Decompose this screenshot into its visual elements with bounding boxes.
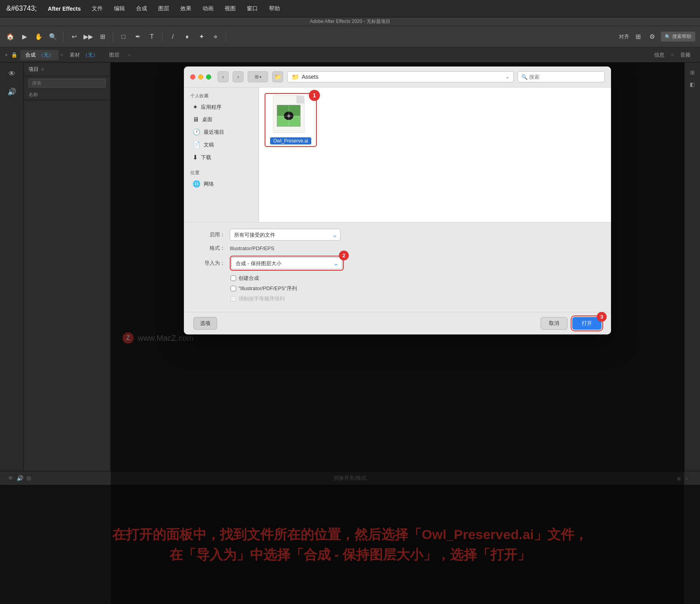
- enable-select-wrapper: 所有可接受的文件 ⌄: [230, 229, 341, 241]
- desktop-icon: 🖥: [193, 116, 199, 123]
- timeline-left-icon-3[interactable]: ⊞: [26, 475, 31, 481]
- cancel-button[interactable]: 取消: [541, 317, 568, 330]
- minimize-button[interactable]: [198, 74, 203, 80]
- select-tool[interactable]: ▶: [19, 31, 30, 42]
- menu-effects[interactable]: 效果: [179, 4, 193, 13]
- project-col-name: 名称: [24, 90, 110, 100]
- settings-icon[interactable]: ⚙: [647, 31, 658, 42]
- folder-icon: 📁: [274, 74, 281, 80]
- new-folder-button[interactable]: 📁: [272, 71, 283, 82]
- menu-view[interactable]: 视图: [223, 4, 237, 13]
- import-label: 导入为：: [193, 260, 225, 267]
- dialog-sidebar: 个人收藏 ✦ 应用程序 🖥 桌面 🕐 最近项目: [184, 87, 259, 222]
- pen-tool[interactable]: ✒: [132, 31, 143, 42]
- view-arrow-icon: ▾: [259, 75, 261, 79]
- open-button-wrapper: 3 打开: [572, 317, 602, 330]
- apps-icon: ✦: [193, 103, 198, 111]
- eye-icon[interactable]: 👁: [5, 66, 19, 81]
- tab-info[interactable]: 信息: [649, 50, 669, 60]
- sidebar-item-downloads[interactable]: ⬇ 下载: [186, 151, 256, 163]
- align-icon[interactable]: ⊞: [632, 31, 643, 42]
- file-label: Owl_Preserve.ai: [270, 137, 311, 144]
- nav-forward-button[interactable]: ›: [233, 71, 244, 82]
- menu-edit[interactable]: 编辑: [112, 4, 127, 13]
- right-panel-icon-2[interactable]: ◧: [687, 78, 698, 90]
- step-badge-1: 1: [309, 90, 320, 101]
- clone-tool[interactable]: ♦: [182, 31, 193, 42]
- options-button[interactable]: 选项: [193, 317, 217, 330]
- undo-tool[interactable]: ↩: [68, 31, 79, 42]
- file-item-owl[interactable]: ⊕ Owl_Preserve.ai: [267, 95, 314, 144]
- maximize-button[interactable]: [206, 74, 211, 80]
- tab-audio[interactable]: 音频: [675, 50, 695, 60]
- hand-tool[interactable]: ✋: [33, 31, 44, 42]
- timeline-icon-2[interactable]: ○: [685, 475, 688, 481]
- create-comp-checkbox[interactable]: [231, 275, 236, 281]
- rect-tool[interactable]: □: [118, 31, 129, 42]
- text-tool[interactable]: T: [146, 31, 157, 42]
- nav-back-button[interactable]: ‹: [218, 71, 229, 82]
- project-search-area: [24, 76, 110, 90]
- timeline-left-icon-1[interactable]: 👁: [8, 475, 13, 481]
- close-button[interactable]: [190, 74, 195, 80]
- pin-tool[interactable]: ⋄: [210, 31, 221, 42]
- panel-close[interactable]: ×: [5, 52, 8, 58]
- step-badge-2: 2: [339, 251, 349, 260]
- enable-row: 启用： 所有可接受的文件 ⌄: [193, 229, 602, 241]
- pdf-seq-label: "Illustrator/PDF/EPS"序列: [238, 285, 297, 292]
- dialog-search-icon: 🔍: [521, 74, 528, 80]
- zoom-tool[interactable]: 🔍: [47, 31, 59, 42]
- menu-layer[interactable]: 图层: [157, 4, 171, 13]
- file-preview: ⊕: [277, 105, 301, 127]
- sidebar-item-apps[interactable]: ✦ 应用程序: [186, 101, 256, 113]
- tab-composition[interactable]: 合成 （无）: [21, 50, 59, 60]
- grid-tool[interactable]: ⊞: [97, 31, 108, 42]
- sidebar-item-documents[interactable]: 📄 文稿: [186, 139, 256, 151]
- menu-after-effects[interactable]: After Effects: [46, 5, 82, 13]
- menu-help[interactable]: 帮助: [267, 4, 282, 13]
- apple-menu[interactable]: &#63743;: [6, 4, 37, 13]
- format-value: Illustrator/PDF/EPS: [230, 245, 274, 251]
- import-select[interactable]: 合成 - 保持图层大小 合成 素材: [231, 257, 342, 269]
- menu-composition[interactable]: 合成: [134, 4, 149, 13]
- tab-footage[interactable]: 素材 （无）: [65, 50, 103, 60]
- view-mode-button[interactable]: ⊞ ▾: [248, 71, 268, 82]
- more-tabs-icon[interactable]: »: [127, 52, 130, 58]
- brush-tool[interactable]: /: [167, 31, 178, 42]
- sidebar-item-desktop[interactable]: 🖥 桌面: [186, 114, 256, 125]
- puppet-tool[interactable]: ✦: [196, 31, 207, 42]
- dialog-body: 个人收藏 ✦ 应用程序 🖥 桌面 🕐 最近项目: [184, 87, 611, 222]
- dialog-search-input[interactable]: [529, 74, 601, 80]
- menu-animation[interactable]: 动画: [201, 4, 215, 13]
- right-panel-icon-1[interactable]: ⊞: [687, 66, 698, 78]
- format-row: 格式： Illustrator/PDF/EPS: [193, 245, 602, 252]
- create-comp-row: 创建合成: [193, 275, 602, 282]
- dialog-search-box[interactable]: 🔍: [518, 71, 605, 82]
- current-folder-icon: 📁: [291, 73, 299, 81]
- home-icon[interactable]: 🏠: [5, 31, 16, 42]
- sidebar-item-network[interactable]: 🌐 网络: [186, 178, 256, 190]
- sidebar-item-recents[interactable]: 🕐 最近项目: [186, 126, 256, 138]
- menu-file[interactable]: 文件: [90, 4, 104, 13]
- speaker-icon[interactable]: 🔊: [5, 85, 19, 99]
- path-selector[interactable]: 📁 Assets ⌄: [287, 71, 514, 82]
- pdf-seq-checkbox[interactable]: [231, 286, 236, 291]
- sidebar-recents-label: 最近项目: [204, 129, 224, 136]
- create-comp-item: 创建合成: [231, 275, 259, 282]
- menu-window[interactable]: 窗口: [245, 4, 259, 13]
- force-alpha-item: 强制按字母顺序排列: [231, 295, 285, 302]
- network-icon: 🌐: [193, 180, 201, 188]
- sidebar-network-label: 网络: [204, 180, 214, 188]
- project-menu-icon[interactable]: ≡: [41, 66, 44, 72]
- tab-layers[interactable]: 图层: [104, 50, 124, 60]
- file-item-container: 1: [267, 95, 314, 144]
- project-search-input[interactable]: [28, 79, 106, 87]
- downloads-icon: ⬇: [193, 154, 198, 161]
- file-paper: ⊕: [273, 95, 305, 133]
- video-tool[interactable]: ▶▶: [83, 31, 94, 42]
- align-label: 对齐: [619, 33, 629, 40]
- timeline-left-icon-2[interactable]: 🔊: [17, 475, 23, 481]
- enable-select[interactable]: 所有可接受的文件: [230, 229, 341, 241]
- search-help-box[interactable]: 🔍 搜索帮助: [661, 32, 695, 42]
- force-alpha-row: 强制按字母顺序排列: [193, 295, 602, 302]
